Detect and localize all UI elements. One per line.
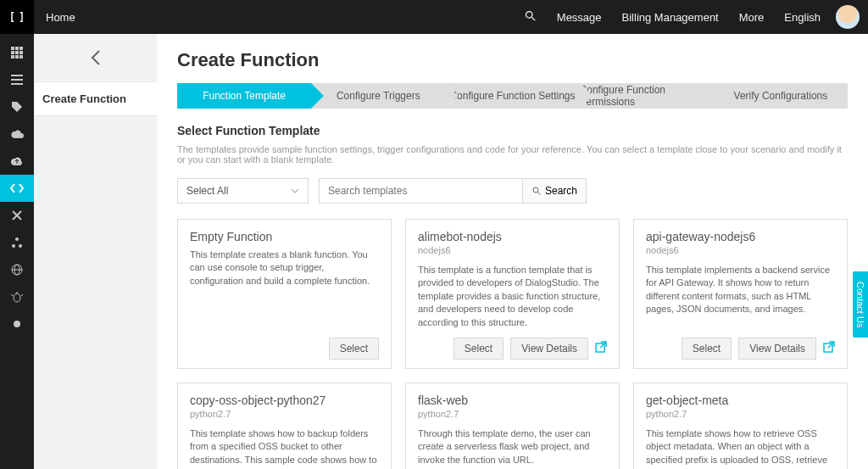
template-card: alimebot-nodejs nodejs6 This template is… [405,219,620,369]
template-runtime: nodejs6 [418,245,607,255]
template-name: copy-oss-object-python27 [190,394,379,407]
svg-point-27 [533,187,538,193]
template-name: api-gateway-nodejs6 [646,230,835,243]
select-button[interactable]: Select [329,338,379,360]
select-button[interactable]: Select [682,338,732,360]
avatar[interactable] [836,5,860,29]
step-triggers[interactable]: Configure Triggers [311,83,445,109]
template-name: flask-web [418,394,607,407]
runtime-filter-dropdown[interactable]: Select All [177,178,309,204]
template-description: Through this template demo, the user can… [418,427,607,469]
svg-point-26 [14,321,20,327]
rail-item-list[interactable] [0,66,34,93]
wizard-steps: Function Template Configure Triggers Con… [177,83,848,109]
svg-point-16 [15,237,19,241]
view-details-button[interactable]: View Details [510,338,588,360]
svg-point-18 [19,244,22,248]
nav-more[interactable]: More [729,11,775,24]
section-heading: Select Function Template [177,124,848,137]
template-description: This template is a function template tha… [418,264,607,329]
search-icon [531,186,542,196]
rail-item-dot[interactable] [0,310,34,338]
svg-rect-10 [19,55,23,59]
rail-item-upload[interactable] [0,148,34,175]
template-description: This template creates a blank function. … [190,248,379,329]
template-card: get-object-meta python2.7 This template … [633,382,848,469]
step-verify[interactable]: Verify Configurations [714,83,848,109]
svg-line-28 [538,193,541,195]
step-permissions[interactable]: Configure Function Permissions [580,83,714,109]
rail-item-globe[interactable] [0,256,34,283]
template-description: This template shows how to backup folder… [190,427,379,469]
template-card: flask-web python2.7 Through this templat… [405,382,620,469]
left-rail [0,34,34,469]
template-card: copy-oss-object-python27 python2.7 This … [177,382,392,469]
svg-rect-4 [19,47,23,50]
rail-item-tag[interactable] [0,93,34,120]
section-hint: The templates provide sample function se… [177,144,848,165]
template-runtime: python2.7 [418,409,607,419]
back-button[interactable] [34,34,157,81]
search-button[interactable]: Search [522,178,587,204]
external-link-icon[interactable] [595,341,607,355]
search-icon[interactable] [514,9,547,25]
template-description: This template implements a backend servi… [646,264,835,329]
nav-billing[interactable]: Billing Management [612,11,729,24]
page-title: Create Function [177,49,848,71]
external-link-icon[interactable] [823,341,835,355]
nav-message[interactable]: Message [547,11,612,24]
template-runtime: python2.7 [190,409,379,419]
template-runtime: nodejs6 [646,245,835,255]
view-details-button[interactable]: View Details [738,338,816,360]
rail-item-nodes[interactable] [0,229,34,256]
svg-rect-6 [15,51,19,54]
template-runtime: python2.7 [646,409,835,419]
step-settings[interactable]: Configure Function Settings [445,83,579,109]
svg-rect-2 [11,47,14,50]
logo-icon[interactable] [0,0,34,34]
contact-us-tab[interactable]: Contact Us [853,271,868,338]
side-panel: Create Function [34,34,157,469]
chevron-down-icon [291,188,299,193]
rail-item-shuffle[interactable] [0,202,34,229]
rail-item-apps[interactable] [0,39,34,66]
rail-item-function[interactable] [0,175,34,202]
template-name: alimebot-nodejs [418,230,607,243]
template-card: api-gateway-nodejs6 nodejs6 This templat… [633,219,848,369]
svg-point-22 [14,293,20,302]
svg-rect-9 [15,55,19,59]
template-card: Empty Function This template creates a b… [177,219,392,369]
rail-item-bug[interactable] [0,283,34,310]
svg-rect-8 [11,55,14,59]
template-name: Empty Function [190,230,379,243]
template-name: get-object-meta [646,394,835,407]
svg-point-0 [526,12,532,19]
select-button[interactable]: Select [453,338,504,360]
home-link[interactable]: Home [34,11,87,24]
svg-line-24 [11,294,13,296]
search-input[interactable] [319,178,522,204]
svg-point-17 [12,244,15,248]
nav-language[interactable]: English [774,11,831,24]
step-template[interactable]: Function Template [177,83,311,109]
svg-rect-5 [11,51,14,54]
svg-rect-7 [19,51,23,54]
svg-rect-3 [15,47,19,50]
svg-line-1 [531,17,535,20]
rail-item-cloud[interactable] [0,120,34,148]
runtime-filter-label: Select All [186,185,228,197]
side-tab-create-function[interactable]: Create Function [34,81,157,116]
template-description: This template shows how to retrieve OSS … [646,427,835,469]
svg-line-25 [21,294,23,296]
